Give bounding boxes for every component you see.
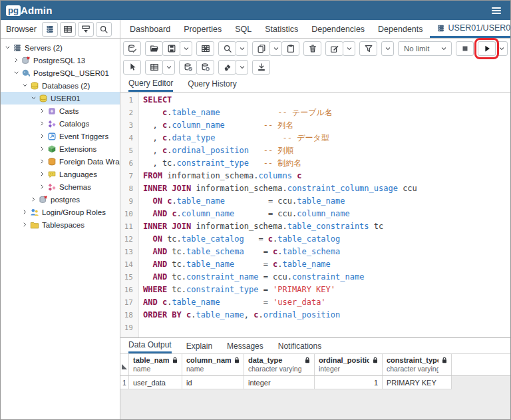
expand-chevron-icon[interactable]	[21, 221, 29, 228]
expand-chevron-icon[interactable]	[38, 145, 47, 152]
output-tab-data-output[interactable]: Data Output	[128, 338, 172, 353]
object-explorer-button[interactable]	[42, 22, 58, 37]
output-tab-explain[interactable]: Explain	[186, 338, 212, 353]
column-header-ordinal_position[interactable]: ordinal_positioninteger	[315, 354, 383, 375]
editor-tab-query-editor[interactable]: Query Editor	[128, 76, 173, 92]
expand-chevron-icon[interactable]	[38, 107, 47, 114]
tab-dependents[interactable]: Dependents	[371, 20, 429, 38]
tree-item-postgresql-13[interactable]: PostgreSQL 13	[1, 54, 120, 67]
tree-item-database-postgres[interactable]: postgres	[1, 193, 120, 206]
dashboard-grid-button[interactable]	[60, 22, 76, 37]
filter-button[interactable]	[359, 41, 377, 56]
tree-item-database-user01[interactable]: USER01	[1, 92, 120, 105]
cell-table_name[interactable]: user_data	[129, 376, 182, 389]
cell-data_type[interactable]: integer	[244, 376, 315, 389]
view-data-button[interactable]	[145, 60, 163, 75]
commit-button[interactable]	[179, 60, 197, 75]
column-header-table_name[interactable]: table_namename	[129, 354, 182, 375]
tree-item-login-group-roles[interactable]: Login/Group Roles	[1, 206, 120, 218]
tab-query-tool-user01[interactable]: USER01/USER01	[430, 20, 510, 38]
cell-ordinal_position[interactable]: 1	[315, 376, 383, 389]
tree-item-foreign-data-wrappers[interactable]: Foreign Data Wrappers	[1, 155, 120, 168]
copy-button[interactable]	[252, 41, 270, 56]
expand-chevron-icon[interactable]	[38, 120, 47, 127]
toolbar-group	[381, 41, 394, 56]
collapse-chevron-icon[interactable]	[21, 82, 29, 89]
output-tab-messages[interactable]: Messages	[227, 338, 263, 353]
open-file-button[interactable]	[145, 41, 163, 56]
toolbar-group	[325, 41, 355, 56]
download-button[interactable]	[252, 60, 270, 75]
tree-item-schemas[interactable]: Schemas	[1, 180, 120, 193]
column-header-constraint_type[interactable]: constraint_typecharacter varying	[383, 354, 452, 375]
stop-button[interactable]	[456, 41, 474, 56]
row-number[interactable]: 1	[120, 376, 129, 389]
filter-tree-button[interactable]	[78, 22, 94, 37]
edit-button[interactable]	[325, 41, 343, 56]
toolbar-group	[123, 41, 141, 56]
collapse-chevron-icon[interactable]	[29, 95, 38, 102]
expand-chevron-icon[interactable]	[38, 158, 47, 165]
tree-item-event-triggers[interactable]: Event Triggers	[1, 130, 120, 142]
column-header-text: column_namename	[186, 356, 231, 373]
select-all-corner[interactable]	[120, 354, 129, 375]
tab-statistics[interactable]: Statistics	[258, 20, 305, 38]
column-header-data_type[interactable]: data_typecharacter varying	[244, 354, 315, 375]
tab-sql[interactable]: SQL	[228, 20, 258, 38]
tree-col-icon	[39, 132, 46, 140]
cursor-mode-button[interactable]	[123, 60, 141, 75]
execute-button[interactable]	[478, 41, 496, 56]
db-yellow-icon	[29, 81, 40, 91]
query-tool-button[interactable]	[123, 41, 141, 56]
save-menu-button[interactable]	[180, 41, 192, 56]
paste-button[interactable]	[281, 41, 299, 56]
copy-menu-button[interactable]	[269, 41, 282, 56]
hamburger-menu-button[interactable]	[489, 4, 504, 17]
find-menu-button[interactable]	[236, 41, 248, 56]
code-line: AND tc.table_schema = c.table_schema	[143, 246, 510, 258]
tree-item-catalogs[interactable]: Catalogs	[1, 117, 120, 130]
cell-column_name[interactable]: id	[182, 376, 244, 389]
edit-grid-button[interactable]	[196, 41, 214, 56]
cell-constraint_type[interactable]: PRIMARY KEY	[383, 376, 452, 389]
column-header-column_name[interactable]: column_namename	[182, 354, 244, 375]
filter-menu-button[interactable]	[381, 41, 394, 56]
macros-button[interactable]	[218, 60, 236, 75]
line-number: 4	[120, 132, 133, 144]
tree-item-extensions[interactable]: Extensions	[1, 142, 120, 155]
expand-chevron-icon[interactable]	[21, 208, 29, 216]
delete-button[interactable]	[303, 41, 321, 56]
tree-item-databases[interactable]: Databases (2)	[1, 79, 120, 92]
tab-properties[interactable]: Properties	[177, 20, 228, 38]
expand-chevron-icon[interactable]	[38, 170, 47, 178]
tree-item-tablespaces[interactable]: Tablespaces	[1, 218, 120, 231]
row-limit-select[interactable]: No limit	[398, 41, 452, 56]
macros-menu-button[interactable]	[236, 60, 248, 75]
find-button[interactable]	[218, 41, 236, 56]
expand-chevron-icon[interactable]	[38, 183, 47, 190]
search-objects-button[interactable]	[96, 22, 112, 37]
tab-dependencies[interactable]: Dependencies	[305, 20, 371, 38]
expand-chevron-icon[interactable]	[29, 196, 38, 203]
collapse-chevron-icon[interactable]	[12, 69, 21, 77]
rollback-button[interactable]	[196, 60, 214, 75]
sql-code-editor[interactable]: 12345678910111213141516171819 SELECT c.t…	[120, 93, 510, 337]
editor-tab-query-history[interactable]: Query History	[188, 76, 236, 92]
edit-menu-button[interactable]	[343, 41, 355, 56]
output-tab-notifications[interactable]: Notifications	[278, 338, 321, 353]
db-pencil-icon	[128, 44, 137, 53]
save-button[interactable]	[162, 41, 180, 56]
output-tabs: Data OutputExplainMessagesNotifications	[120, 338, 510, 354]
tree-item-casts[interactable]: Casts	[1, 105, 120, 117]
view-data-menu-button[interactable]	[162, 60, 175, 75]
tree-item-servers[interactable]: Servers (2)	[1, 41, 120, 54]
expand-chevron-icon[interactable]	[12, 57, 21, 64]
tree-item-postgresql-user01[interactable]: PostgreSQL_USER01	[1, 67, 120, 79]
query-toolbar-row2	[120, 58, 510, 76]
toolbar-group	[303, 41, 321, 56]
expand-chevron-icon[interactable]	[38, 132, 47, 140]
tree-item-languages[interactable]: Languages	[1, 168, 120, 180]
tab-dashboard[interactable]: Dashboard	[123, 20, 177, 38]
collapse-chevron-icon[interactable]	[3, 44, 12, 51]
execute-menu-button[interactable]	[495, 41, 508, 56]
